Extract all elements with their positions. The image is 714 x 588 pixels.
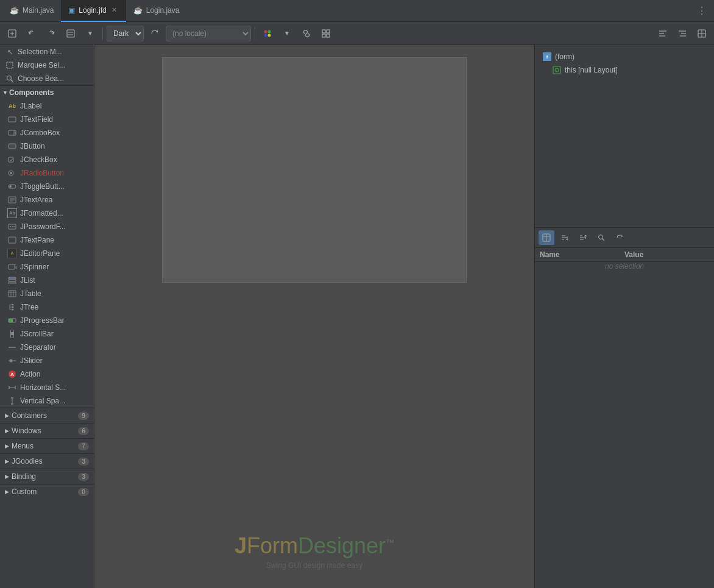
svg-point-74 (555, 68, 559, 72)
jformattedtextfield-icon: Ab (7, 208, 17, 218)
tab-main-java[interactable]: ☕ Main.java (2, 0, 61, 22)
component-jpasswordfield[interactable]: JPasswordF... (0, 220, 94, 233)
component-jlist[interactable]: JList (0, 274, 94, 287)
binding-section[interactable]: ▶ Binding 3 (0, 469, 94, 484)
component-horizontal-strut[interactable]: Horizontal S... (0, 381, 94, 394)
svg-rect-73 (553, 66, 560, 74)
component-jtogglebutton[interactable]: JToggleButt... (0, 180, 94, 193)
locale-select[interactable]: (no locale) (166, 26, 251, 41)
component-vertical-space[interactable]: Vertical Spa... (0, 394, 94, 408)
component-jcheckbox[interactable]: JCheckBox (0, 153, 94, 166)
menus-section[interactable]: ▶ Menus 7 (0, 438, 94, 453)
layout-button[interactable] (693, 26, 710, 41)
color-palette-button[interactable] (259, 26, 276, 41)
canvas-area[interactable]: JFormDesigner™ Swing GUI design made eas… (94, 45, 534, 588)
redo-button[interactable] (43, 26, 60, 41)
align-right-button[interactable] (674, 26, 691, 41)
tree-item-this[interactable]: this [null Layout] (535, 63, 714, 77)
selection-mode-tool[interactable]: ↖ Selection M... (0, 45, 94, 58)
jradiobutton-label: JRadioButton (20, 169, 64, 177)
svg-point-39 (12, 226, 13, 227)
svg-rect-47 (9, 280, 16, 282)
component-jcombobox[interactable]: ▾ JComboBox (0, 126, 94, 140)
jtable-label: JTable (20, 289, 41, 298)
new-button[interactable] (4, 26, 21, 41)
jprogressbar-icon (7, 316, 17, 325)
containers-count: 9 (78, 412, 89, 420)
java-file-icon: ☕ (10, 6, 19, 15)
refresh-button[interactable] (146, 26, 163, 41)
form-canvas[interactable] (162, 57, 467, 283)
component-jseparator[interactable]: JSeparator (0, 341, 94, 354)
jeditorpane-label: JEditorPane (20, 249, 60, 258)
component-jtextpane[interactable]: JTextPane (0, 233, 94, 247)
theme-select[interactable]: Dark Light (107, 26, 144, 41)
jtextpane-label: JTextPane (20, 236, 54, 244)
jscrollbar-icon (7, 329, 17, 339)
containers-label: Containers (12, 411, 47, 420)
tree-item-form[interactable]: f (form) (535, 50, 714, 63)
windows-section[interactable]: ▶ Windows 6 (0, 423, 94, 438)
svg-rect-63 (11, 332, 13, 335)
properties-view-button[interactable] (539, 230, 554, 245)
jtextarea-icon (7, 195, 17, 205)
jtogglebutton-label: JToggleButt... (20, 182, 65, 191)
jcombobox-icon: ▾ (7, 128, 17, 138)
component-jformattedtextfield[interactable]: Ab JFormatted... (0, 207, 94, 220)
svg-point-30 (10, 172, 12, 174)
svg-point-40 (13, 226, 15, 227)
horizontal-strut-label: Horizontal S... (20, 383, 66, 392)
custom-label: Custom (12, 487, 37, 496)
tab-login-java[interactable]: ☕ Login.java (126, 0, 187, 22)
jseparator-label: JSeparator (20, 343, 56, 352)
svg-rect-10 (327, 34, 330, 37)
component-jradiobutton[interactable]: JRadioButton (0, 166, 94, 180)
component-jscrollbar[interactable]: JScrollBar (0, 327, 94, 341)
custom-section[interactable]: ▶ Custom 0 (0, 484, 94, 499)
undo-button[interactable] (23, 26, 40, 41)
component-jslider[interactable]: JSlider (0, 354, 94, 367)
action-icon: A (7, 369, 17, 379)
tab-login-jfd[interactable]: ▣ Login.jfd ✕ (61, 0, 125, 22)
properties-header: Name Value (535, 248, 714, 262)
component-jtextarea[interactable]: JTextArea (0, 193, 94, 207)
jgoodies-section[interactable]: ▶ JGoodies 3 (0, 453, 94, 469)
component-jprogressbar[interactable]: JProgressBar (0, 314, 94, 327)
sort-asc-button[interactable] (557, 230, 573, 245)
binding-chevron: ▶ (5, 473, 9, 480)
containers-section[interactable]: ▶ Containers 9 (0, 408, 94, 423)
search-properties-button[interactable] (593, 230, 609, 245)
more-tabs-button[interactable]: ⋮ (692, 2, 712, 19)
component-jspinner[interactable]: ▲▼ JSpinner (0, 260, 94, 274)
marquee-select-label: Marquee Sel... (18, 61, 65, 69)
svg-point-4 (264, 34, 267, 37)
component-jtree[interactable]: JTree (0, 300, 94, 314)
choose-bean-tool[interactable]: Choose Bea... (0, 72, 94, 85)
jfd-branding: JFormDesigner™ Swing GUI design made eas… (235, 533, 394, 570)
menus-chevron: ▶ (5, 443, 9, 449)
svg-point-2 (264, 30, 267, 33)
chevron-down-button[interactable]: ▼ (82, 26, 99, 41)
svg-rect-49 (9, 291, 16, 297)
chevron-palette-button[interactable]: ▼ (278, 26, 295, 41)
component-jeditorpane[interactable]: A JEditorPane (0, 247, 94, 260)
this-tree-label: this [null Layout] (565, 66, 618, 74)
marquee-select-tool[interactable]: Marquee Sel... (0, 58, 94, 72)
name-column-header: Name (540, 250, 624, 259)
settings-button[interactable] (62, 26, 79, 41)
jradiobutton-icon (7, 168, 17, 178)
component-jlabel[interactable]: Ab JLabel (0, 99, 94, 113)
component-jbutton[interactable]: JButton (0, 140, 94, 153)
link-button[interactable] (298, 26, 315, 41)
components-section-header[interactable]: ▾ Components (0, 85, 94, 99)
component-jtable[interactable]: JTable (0, 287, 94, 300)
reset-properties-button[interactable] (612, 230, 627, 245)
grid-button[interactable] (317, 26, 334, 41)
component-action[interactable]: A Action (0, 367, 94, 381)
svg-rect-28 (9, 157, 13, 162)
component-jtextfield[interactable]: JTextField (0, 113, 94, 126)
tab-close-button[interactable]: ✕ (110, 6, 119, 15)
jpasswordfield-label: JPasswordF... (20, 222, 66, 231)
align-left-button[interactable] (654, 26, 671, 41)
sort-desc-button[interactable] (575, 230, 591, 245)
